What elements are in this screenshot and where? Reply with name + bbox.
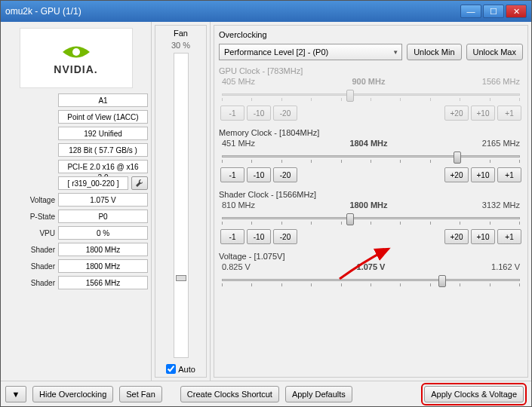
gpu-clock-min: 405 MHz [222,77,255,86]
mem-minus-1[interactable]: -1 [220,167,244,182]
mem-plus-1[interactable]: +1 [497,167,521,182]
info-shader1: 1800 MHz [58,243,148,256]
overclocking-group: Overclocking Performance Level [2] - (P0… [214,25,528,378]
shader-plus-1[interactable]: +1 [497,229,521,244]
mem-clock-max: 2165 MHz [482,139,520,148]
hide-overclocking-button[interactable]: Hide Overclocking [32,386,113,402]
maximize-button[interactable]: ☐ [483,5,504,18]
gpu-plus-20: +20 [444,106,469,121]
info-driver: [ r319_00-220 ] [58,176,128,190]
apply-defaults-button[interactable]: Apply Defaults [285,386,352,402]
info-pcie: PCI-E 2.0 x16 @ x16 2.0 [58,160,148,173]
shader-minus-20[interactable]: -20 [273,229,297,244]
info-voltage: 1.075 V [58,193,148,207]
info-shader2: 1800 MHz [58,259,148,273]
gpu-minus-10: -10 [247,106,271,121]
volt-max: 1.162 V [491,262,520,271]
mem-minus-20[interactable]: -20 [273,167,297,182]
create-clocks-shortcut-button[interactable]: Create Clocks Shortcut [180,386,279,402]
volt-min: 0.825 V [222,262,251,271]
gpu-clock-cur: 900 MHz [352,77,385,86]
svg-point-0 [72,48,80,56]
shader2-label: Shader [4,262,55,271]
pstate-label: P-State [4,213,55,221]
fan-slider-thumb[interactable] [176,275,186,281]
shader-minus-1[interactable]: -1 [220,229,244,244]
fan-title: Fan [174,29,188,38]
fan-auto-row: Auto [166,364,195,374]
shader-clock-cur: 1800 MHz [349,200,387,210]
fan-slider[interactable] [174,53,189,358]
menu-dropdown-button[interactable]: ▼ [5,386,26,402]
gpu-clock-max: 1566 MHz [482,77,520,86]
mem-clock-head: Memory Clock - [1804MHz] [219,128,523,137]
info-panel: NVIDIA. A1 Point of View (1ACC) 192 Unif… [1,22,152,381]
overclocking-title: Overclocking [219,30,523,39]
shader-clock-section: Shader Clock - [1566MHz] 810 MHz 1800 MH… [219,190,523,244]
bottom-bar: ▼ Hide Overclocking Set Fan Create Clock… [1,381,531,406]
shader3-label: Shader [4,279,55,287]
info-unified: 192 Unified [58,127,148,140]
shader-clock-slider[interactable] [222,211,520,226]
mem-clock-slider[interactable] [222,149,520,164]
info-vendor: Point of View (1ACC) [58,110,148,124]
info-a1: A1 [58,93,148,107]
memory-clock-section: Memory Clock - [1804MHz] 451 MHz 1804 MH… [219,128,523,182]
gpu-minus-1: -1 [220,106,244,121]
volt-head: Voltage - [1.075V] [219,252,523,261]
unlock-max-button[interactable]: Unlock Max [466,44,523,60]
info-shader3: 1566 MHz [58,276,148,289]
wrench-icon [135,179,144,188]
apply-highlight: Apply Clocks & Voltage [421,383,527,405]
gpu-logo: NVIDIA. [20,28,133,88]
mem-clock-cur: 1804 MHz [349,139,387,148]
gpu-slider-thumb [346,90,354,102]
gpu-plus-1: +1 [497,106,521,121]
mem-slider-thumb[interactable] [454,151,461,164]
vpu-label: VPU [4,229,55,237]
chevron-down-icon: ▼ [12,390,20,399]
unlock-min-button[interactable]: Unlock Min [407,44,461,60]
info-pstate: P0 [58,210,148,223]
shader-minus-10[interactable]: -10 [247,229,271,244]
fan-auto-checkbox[interactable] [166,364,176,374]
voltage-label: Voltage [4,196,55,204]
volt-slider[interactable] [222,273,520,288]
performance-level-select[interactable]: Performance Level [2] - (P0) [219,44,402,60]
shader-slider-thumb[interactable] [346,213,354,225]
driver-settings-button[interactable] [131,176,148,190]
titlebar: omu2k - GPU (1/1) — ☐ ✕ [1,1,531,22]
shader-clock-max: 3132 MHz [482,200,520,210]
volt-slider-thumb[interactable] [438,275,446,287]
set-fan-button[interactable]: Set Fan [119,386,162,402]
shader-clock-head: Shader Clock - [1566MHz] [219,190,523,199]
mem-clock-min: 451 MHz [222,139,255,148]
brand-text: NVIDIA. [54,63,97,75]
gpu-clock-section: GPU Clock - [783MHz] 405 MHz 900 MHz 156… [219,66,523,121]
mem-plus-20[interactable]: +20 [444,167,469,182]
fan-percent: 30 % [171,41,190,50]
gpu-minus-20: -20 [273,106,297,121]
info-vpu: 0 % [58,226,148,240]
mem-plus-10[interactable]: +10 [471,167,495,182]
volt-cur: 1.075 V [357,262,386,271]
gpu-clock-slider [222,87,520,103]
apply-clocks-voltage-button[interactable]: Apply Clocks & Voltage [424,386,524,402]
shader-plus-10[interactable]: +10 [471,229,495,244]
voltage-section: Voltage - [1.075V] 0.825 V 1.075 V 1.162… [219,252,523,288]
fan-auto-label: Auto [178,365,195,374]
minimize-button[interactable]: — [460,5,481,18]
nvidia-eye-icon [61,41,91,63]
shader1-label: Shader [4,246,55,254]
shader-plus-20[interactable]: +20 [444,229,469,244]
gpu-plus-10: +10 [471,106,495,121]
mem-minus-10[interactable]: -10 [247,167,271,182]
fan-panel: Fan 30 % Auto [152,22,211,381]
shader-clock-min: 810 MHz [222,200,255,210]
gpu-clock-head: GPU Clock - [783MHz] [219,66,523,75]
info-buswidth: 128 Bit ( 57.7 GB/s ) [58,143,148,157]
close-button[interactable]: ✕ [506,5,527,18]
window-title: omu2k - GPU (1/1) [5,6,460,17]
